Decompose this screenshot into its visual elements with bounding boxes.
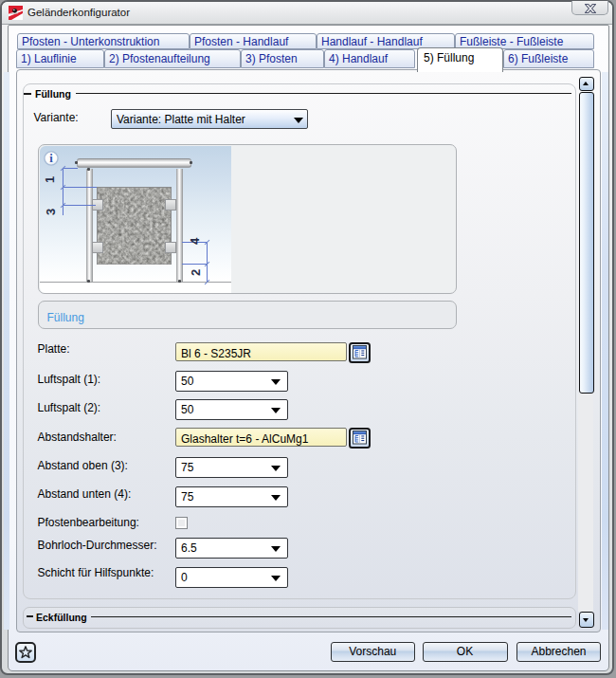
svg-text:i: i (49, 153, 53, 166)
